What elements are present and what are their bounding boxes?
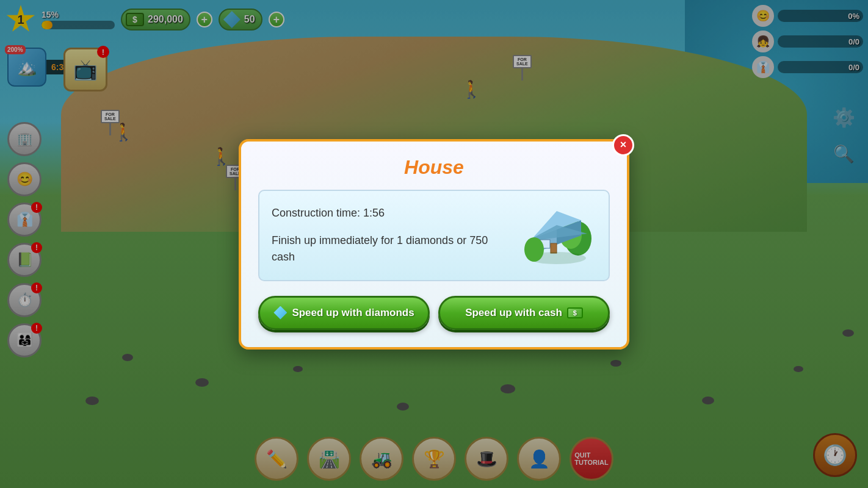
btn-diamond-icon <box>273 306 287 320</box>
house-image <box>517 202 596 269</box>
finish-text: Finish up immediately for 1 diamonds or … <box>272 232 505 265</box>
modal-text-area: Construction time: 1:56 Finish up immedi… <box>272 205 505 265</box>
btn-cash-icon: $ <box>567 307 583 318</box>
modal-overlay: × House Construction time: 1:56 Finish u… <box>0 0 868 488</box>
svg-point-9 <box>524 237 544 262</box>
modal-content-box: Construction time: 1:56 Finish up immedi… <box>258 190 610 281</box>
speed-up-cash-label: Speed up with cash <box>465 307 562 319</box>
house-svg <box>517 202 596 269</box>
construction-time-text: Construction time: 1:56 <box>272 205 505 221</box>
speed-up-diamonds-button[interactable]: Speed up with diamonds <box>258 296 430 330</box>
modal-close-button[interactable]: × <box>612 134 634 156</box>
modal-title: House <box>258 156 610 179</box>
svg-rect-7 <box>551 243 557 253</box>
speed-up-diamonds-label: Speed up with diamonds <box>292 307 414 319</box>
modal-buttons: Speed up with diamonds Speed up with cas… <box>258 296 610 330</box>
modal-dialog: × House Construction time: 1:56 Finish u… <box>239 139 629 350</box>
speed-up-cash-button[interactable]: Speed up with cash $ <box>438 296 610 330</box>
